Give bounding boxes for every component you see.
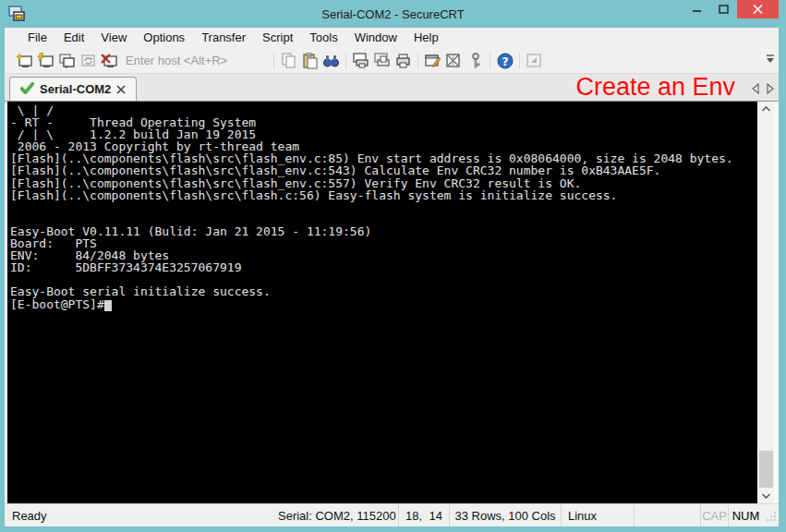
terminal-cursor bbox=[104, 300, 112, 311]
toolbar-overflow-icon[interactable] bbox=[765, 52, 776, 68]
status-serial: Serial: COM2, 115200 bbox=[271, 504, 398, 526]
menu-options[interactable]: Options bbox=[135, 28, 193, 48]
toolbar-separator bbox=[273, 53, 274, 68]
session-options-icon[interactable] bbox=[422, 51, 443, 70]
clone-session-icon[interactable] bbox=[56, 51, 78, 70]
tab-close-icon[interactable] bbox=[116, 81, 126, 98]
tab-scroll-right-icon[interactable] bbox=[767, 81, 774, 98]
host-input[interactable] bbox=[124, 53, 266, 68]
scroll-down-icon[interactable] bbox=[758, 489, 774, 503]
print-screen-icon[interactable] bbox=[350, 51, 371, 70]
connected-check-icon bbox=[20, 81, 34, 98]
terminal-text: \ | / - RT - Thread Operating System / |… bbox=[10, 103, 733, 311]
tab-serial-com2[interactable]: Serial-COM2 bbox=[9, 77, 137, 101]
menu-file[interactable]: File bbox=[19, 28, 55, 48]
toolbar: ? bbox=[5, 48, 779, 74]
status-caps-indicator: CAP bbox=[700, 504, 728, 526]
close-button[interactable] bbox=[737, 0, 779, 18]
status-ready: Ready bbox=[5, 504, 271, 526]
window-title: Serial-COM2 - SecureCRT bbox=[0, 7, 786, 21]
toolbar-separator bbox=[519, 53, 520, 68]
help-icon[interactable]: ? bbox=[494, 51, 515, 70]
status-num-indicator: NUM bbox=[728, 504, 763, 526]
status-terminal-size: 33 Rows, 100 Cols bbox=[449, 504, 561, 526]
resize-grip[interactable] bbox=[763, 504, 779, 526]
scroll-up-icon[interactable] bbox=[758, 102, 774, 116]
terminal-right-margin bbox=[774, 102, 779, 503]
maximize-button[interactable] bbox=[710, 0, 737, 18]
expand-window-icon[interactable] bbox=[524, 51, 545, 70]
menu-transfer[interactable]: Transfer bbox=[193, 28, 254, 48]
keymap-editor-icon[interactable] bbox=[443, 51, 465, 70]
vertical-scrollbar[interactable] bbox=[758, 102, 774, 503]
quick-connect-icon[interactable] bbox=[14, 51, 35, 70]
menu-window[interactable]: Window bbox=[346, 28, 405, 48]
status-blank-segment bbox=[634, 504, 700, 526]
tab-label: Serial-COM2 bbox=[40, 82, 111, 96]
tab-scroll-left-icon[interactable] bbox=[752, 81, 759, 98]
copy-icon[interactable] bbox=[278, 51, 299, 70]
menu-edit[interactable]: Edit bbox=[55, 28, 92, 48]
toolbar-separator bbox=[417, 53, 418, 68]
terminal-screen[interactable]: \ | / - RT - Thread Operating System / |… bbox=[7, 102, 757, 503]
menu-view[interactable]: View bbox=[92, 28, 135, 48]
svg-text:?: ? bbox=[502, 54, 508, 67]
disconnect-icon[interactable] bbox=[99, 51, 120, 70]
tab-bar: Serial-COM2 Create an Env bbox=[5, 74, 779, 102]
paste-icon[interactable] bbox=[299, 51, 320, 70]
toolbar-separator bbox=[345, 53, 346, 68]
status-cursor-position: 18, 14 bbox=[398, 504, 449, 526]
securecrt-window: Serial-COM2 - SecureCRT bbox=[0, 0, 786, 532]
ssh-keys-icon[interactable] bbox=[465, 51, 486, 70]
status-bar: Ready Serial: COM2, 115200 18, 14 33 Row… bbox=[5, 503, 779, 526]
find-icon[interactable] bbox=[320, 51, 342, 70]
print-eject-icon[interactable] bbox=[371, 51, 393, 70]
scrollbar-thumb[interactable] bbox=[759, 451, 773, 488]
status-emulation: Linux bbox=[561, 504, 634, 526]
menu-script[interactable]: Script bbox=[254, 28, 301, 48]
menu-tools[interactable]: Tools bbox=[301, 28, 345, 48]
menu-bar: File Edit View Options Transfer Script T… bbox=[5, 28, 779, 48]
print-icon[interactable] bbox=[393, 51, 414, 70]
connect-icon[interactable] bbox=[35, 51, 56, 70]
toolbar-separator bbox=[490, 53, 490, 68]
title-bar[interactable]: Serial-COM2 - SecureCRT bbox=[0, 0, 786, 28]
menu-help[interactable]: Help bbox=[405, 28, 447, 48]
reconnect-icon[interactable] bbox=[78, 51, 99, 70]
minimize-button[interactable] bbox=[683, 0, 710, 18]
create-env-annotation: Create an Env bbox=[575, 73, 735, 101]
